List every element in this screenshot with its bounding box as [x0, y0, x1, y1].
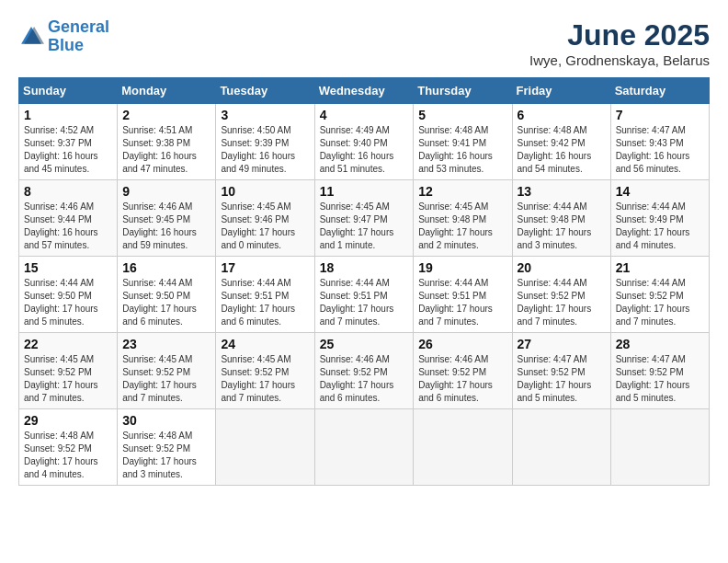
day-info: Sunrise: 4:45 AM Sunset: 9:48 PM Dayligh…: [418, 201, 506, 252]
day-number: 8: [24, 184, 112, 199]
day-number: 25: [320, 337, 409, 351]
day-info: Sunrise: 4:44 AM Sunset: 9:50 PM Dayligh…: [122, 277, 210, 328]
logo-line1: General: [48, 17, 109, 36]
day-info: Sunrise: 4:46 AM Sunset: 9:44 PM Dayligh…: [24, 201, 112, 252]
day-number: 26: [418, 337, 506, 351]
calendar-cell: 12Sunrise: 4:45 AM Sunset: 9:48 PM Dayli…: [414, 180, 512, 257]
calendar-cell: 4Sunrise: 4:49 AM Sunset: 9:40 PM Daylig…: [314, 104, 414, 180]
logo-line2: Blue: [48, 36, 84, 54]
day-number: 15: [24, 260, 112, 275]
day-info: Sunrise: 4:46 AM Sunset: 9:52 PM Dayligh…: [418, 353, 506, 405]
calendar-cell: 14Sunrise: 4:44 AM Sunset: 9:49 PM Dayli…: [610, 180, 709, 257]
day-number: 16: [122, 260, 210, 275]
day-number: 4: [320, 108, 409, 122]
calendar-cell: 10Sunrise: 4:45 AM Sunset: 9:46 PM Dayli…: [216, 180, 314, 257]
day-info: Sunrise: 4:48 AM Sunset: 9:42 PM Dayligh…: [518, 124, 606, 176]
calendar-cell: 25Sunrise: 4:46 AM Sunset: 9:52 PM Dayli…: [314, 333, 414, 409]
day-info: Sunrise: 4:44 AM Sunset: 9:48 PM Dayligh…: [518, 201, 606, 252]
calendar-cell: 29Sunrise: 4:48 AM Sunset: 9:52 PM Dayli…: [19, 409, 118, 486]
calendar-cell: 9Sunrise: 4:46 AM Sunset: 9:45 PM Daylig…: [118, 180, 216, 257]
calendar-row: 8Sunrise: 4:46 AM Sunset: 9:44 PM Daylig…: [19, 180, 710, 257]
day-info: Sunrise: 4:51 AM Sunset: 9:38 PM Dayligh…: [122, 124, 210, 176]
calendar-row: 29Sunrise: 4:48 AM Sunset: 9:52 PM Dayli…: [19, 409, 710, 486]
calendar-cell: 19Sunrise: 4:44 AM Sunset: 9:51 PM Dayli…: [414, 257, 512, 333]
calendar-cell: 15Sunrise: 4:44 AM Sunset: 9:50 PM Dayli…: [19, 257, 118, 333]
calendar-cell: [216, 409, 314, 486]
calendar-cell: [414, 409, 512, 486]
calendar-cell: 7Sunrise: 4:47 AM Sunset: 9:43 PM Daylig…: [610, 104, 709, 180]
day-number: 13: [518, 184, 606, 199]
day-info: Sunrise: 4:48 AM Sunset: 9:52 PM Dayligh…: [122, 430, 210, 481]
day-info: Sunrise: 4:44 AM Sunset: 9:51 PM Dayligh…: [221, 277, 309, 328]
day-info: Sunrise: 4:45 AM Sunset: 9:46 PM Dayligh…: [221, 201, 309, 252]
day-number: 28: [616, 337, 704, 351]
day-number: 27: [518, 337, 606, 351]
calendar-row: 15Sunrise: 4:44 AM Sunset: 9:50 PM Dayli…: [19, 257, 710, 333]
day-info: Sunrise: 4:44 AM Sunset: 9:51 PM Dayligh…: [418, 277, 506, 328]
calendar-cell: 2Sunrise: 4:51 AM Sunset: 9:38 PM Daylig…: [118, 104, 216, 180]
calendar-header-row: SundayMondayTuesdayWednesdayThursdayFrid…: [19, 78, 710, 104]
page-header: General Blue June 2025 Iwye, Grodnenskay…: [18, 18, 710, 68]
day-info: Sunrise: 4:44 AM Sunset: 9:50 PM Dayligh…: [24, 277, 112, 328]
logo: General Blue: [18, 18, 109, 55]
calendar-cell: 23Sunrise: 4:45 AM Sunset: 9:52 PM Dayli…: [118, 333, 216, 409]
day-info: Sunrise: 4:45 AM Sunset: 9:47 PM Dayligh…: [320, 201, 409, 252]
day-number: 23: [122, 337, 210, 351]
day-info: Sunrise: 4:49 AM Sunset: 9:40 PM Dayligh…: [320, 124, 409, 176]
calendar-cell: 1Sunrise: 4:52 AM Sunset: 9:37 PM Daylig…: [19, 104, 118, 180]
calendar-cell: 5Sunrise: 4:48 AM Sunset: 9:41 PM Daylig…: [414, 104, 512, 180]
day-number: 22: [24, 337, 112, 351]
day-number: 18: [320, 260, 409, 275]
day-info: Sunrise: 4:46 AM Sunset: 9:45 PM Dayligh…: [122, 201, 210, 252]
calendar-cell: 6Sunrise: 4:48 AM Sunset: 9:42 PM Daylig…: [512, 104, 610, 180]
day-info: Sunrise: 4:47 AM Sunset: 9:52 PM Dayligh…: [518, 353, 606, 405]
day-info: Sunrise: 4:44 AM Sunset: 9:52 PM Dayligh…: [518, 277, 606, 328]
calendar-cell: 21Sunrise: 4:44 AM Sunset: 9:52 PM Dayli…: [610, 257, 709, 333]
calendar-cell: [610, 409, 709, 486]
day-number: 7: [616, 108, 704, 122]
calendar-cell: 17Sunrise: 4:44 AM Sunset: 9:51 PM Dayli…: [216, 257, 314, 333]
day-number: 3: [221, 108, 309, 122]
day-info: Sunrise: 4:44 AM Sunset: 9:52 PM Dayligh…: [616, 277, 704, 328]
day-number: 5: [418, 108, 506, 122]
location: Iwye, Grodnenskaya, Belarus: [529, 52, 710, 68]
day-number: 11: [320, 184, 409, 199]
calendar-cell: 28Sunrise: 4:47 AM Sunset: 9:52 PM Dayli…: [610, 333, 709, 409]
logo-text: General Blue: [48, 18, 109, 55]
day-number: 21: [616, 260, 704, 275]
calendar-cell: 20Sunrise: 4:44 AM Sunset: 9:52 PM Dayli…: [512, 257, 610, 333]
day-number: 29: [24, 413, 112, 428]
day-number: 10: [221, 184, 309, 199]
day-info: Sunrise: 4:45 AM Sunset: 9:52 PM Dayligh…: [122, 353, 210, 405]
day-number: 24: [221, 337, 309, 351]
calendar-cell: 16Sunrise: 4:44 AM Sunset: 9:50 PM Dayli…: [118, 257, 216, 333]
calendar-row: 1Sunrise: 4:52 AM Sunset: 9:37 PM Daylig…: [19, 104, 710, 180]
weekday-header: Friday: [512, 78, 610, 104]
day-info: Sunrise: 4:47 AM Sunset: 9:52 PM Dayligh…: [616, 353, 704, 405]
day-info: Sunrise: 4:50 AM Sunset: 9:39 PM Dayligh…: [221, 124, 309, 176]
calendar-cell: 24Sunrise: 4:45 AM Sunset: 9:52 PM Dayli…: [216, 333, 314, 409]
day-number: 20: [518, 260, 606, 275]
month-title: June 2025: [529, 18, 710, 52]
day-info: Sunrise: 4:44 AM Sunset: 9:49 PM Dayligh…: [616, 201, 704, 252]
day-number: 12: [418, 184, 506, 199]
calendar-cell: [314, 409, 414, 486]
calendar-cell: 11Sunrise: 4:45 AM Sunset: 9:47 PM Dayli…: [314, 180, 414, 257]
day-number: 19: [418, 260, 506, 275]
calendar-cell: 8Sunrise: 4:46 AM Sunset: 9:44 PM Daylig…: [19, 180, 118, 257]
day-number: 2: [122, 108, 210, 122]
weekday-header: Monday: [118, 78, 216, 104]
calendar-table: SundayMondayTuesdayWednesdayThursdayFrid…: [18, 77, 710, 486]
day-info: Sunrise: 4:45 AM Sunset: 9:52 PM Dayligh…: [24, 353, 112, 405]
day-info: Sunrise: 4:46 AM Sunset: 9:52 PM Dayligh…: [320, 353, 409, 405]
day-number: 6: [518, 108, 606, 122]
calendar-cell: 30Sunrise: 4:48 AM Sunset: 9:52 PM Dayli…: [118, 409, 216, 486]
day-info: Sunrise: 4:45 AM Sunset: 9:52 PM Dayligh…: [221, 353, 309, 405]
calendar-cell: 18Sunrise: 4:44 AM Sunset: 9:51 PM Dayli…: [314, 257, 414, 333]
day-info: Sunrise: 4:48 AM Sunset: 9:52 PM Dayligh…: [24, 430, 112, 481]
day-number: 1: [24, 108, 112, 122]
calendar-cell: 26Sunrise: 4:46 AM Sunset: 9:52 PM Dayli…: [414, 333, 512, 409]
day-number: 9: [122, 184, 210, 199]
weekday-header: Wednesday: [314, 78, 414, 104]
day-info: Sunrise: 4:44 AM Sunset: 9:51 PM Dayligh…: [320, 277, 409, 328]
